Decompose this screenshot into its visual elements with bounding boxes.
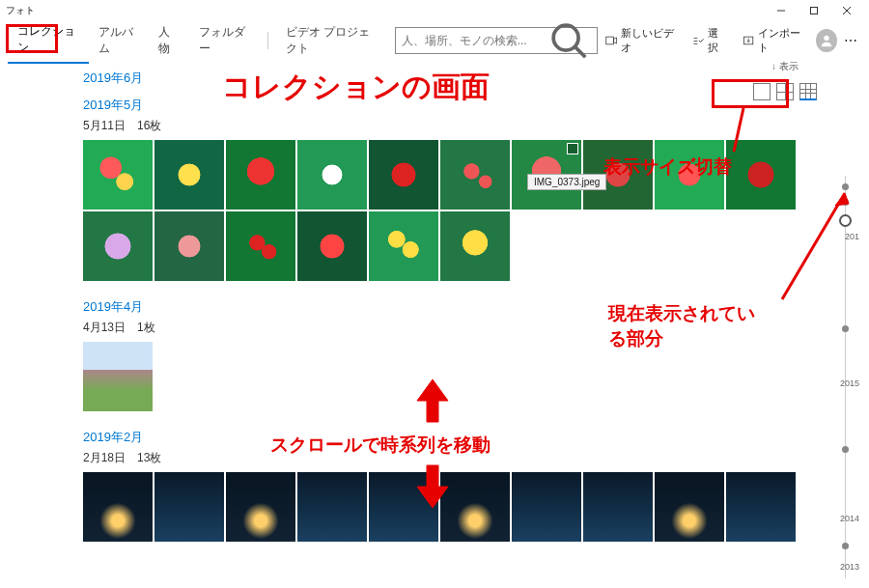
timeline-dot[interactable] [842,446,849,453]
day-2019-04-13: 4月13日 1枚 [83,320,869,336]
timeline-dot[interactable] [842,199,849,206]
view-large-button[interactable] [753,83,771,100]
view-small-button[interactable] [799,83,817,100]
photo-thumb[interactable] [226,140,295,210]
search-box[interactable] [395,27,598,54]
select-button[interactable]: 選択 [685,22,734,59]
view-label: ↓ 表示 [749,60,821,73]
tab-people[interactable]: 人物 [149,18,188,63]
timeline-dot[interactable] [842,183,849,190]
filename-tooltip: IMG_0373.jpeg [527,174,606,190]
import-icon [743,34,754,47]
photo-thumb[interactable] [583,472,653,542]
person-icon [820,34,833,47]
timeline-year: 2015 [840,378,859,388]
minimize-button[interactable] [765,0,798,21]
toolbar-divider [267,32,268,49]
svg-point-11 [824,36,828,41]
import-button[interactable]: インポート [735,22,813,59]
more-button[interactable]: ⋯ [841,33,861,48]
tab-video-project[interactable]: ビデオ プロジェクト [276,18,391,63]
search-input[interactable] [402,34,547,47]
content-area: ↓ 表示 2019年6月 2019年5月 5月11日 16枚 [0,60,869,588]
video-icon [605,34,617,47]
thumb-row-apr [83,342,817,411]
collection-scroll[interactable]: 2019年6月 2019年5月 5月11日 16枚 2019年4月 4月13日 … [0,70,869,542]
timeline-dot[interactable] [842,543,849,549]
svg-rect-8 [694,41,698,42]
svg-point-4 [553,25,578,50]
photo-thumb[interactable] [297,472,367,542]
user-avatar[interactable] [816,29,836,52]
photo-thumb[interactable] [83,472,153,542]
photo-thumb[interactable] [83,342,153,411]
photo-thumb[interactable] [440,211,510,281]
timeline-year: 2014 [840,514,859,523]
timeline-year: 2013 [840,562,859,572]
svg-line-5 [575,47,585,57]
photo-thumb[interactable] [297,211,367,281]
tab-album[interactable]: アルバム [89,18,150,63]
photo-thumb[interactable] [440,140,510,210]
photo-thumb[interactable] [369,140,438,210]
timeline-year: 201 [845,232,859,241]
select-icon [692,34,704,47]
photo-thumb[interactable] [369,211,438,281]
svg-rect-9 [694,43,698,44]
photo-thumb[interactable] [154,472,224,542]
close-button[interactable] [830,0,863,21]
photo-thumb[interactable] [655,140,724,210]
svg-rect-6 [605,37,613,44]
select-checkbox-icon[interactable] [567,143,578,154]
search-icon [547,18,591,63]
photo-thumb[interactable] [512,472,581,542]
photo-thumb[interactable] [297,140,367,210]
svg-rect-7 [694,38,698,39]
photo-thumb[interactable] [83,140,153,210]
month-2019-02[interactable]: 2019年2月 [83,429,869,446]
day-2019-05-11: 5月11日 16枚 [83,118,869,134]
photo-thumb[interactable] [655,472,724,542]
tab-folder[interactable]: フォルダー [189,18,260,63]
svg-rect-1 [811,8,818,14]
day-2019-02-18: 2月18日 13枚 [83,450,869,466]
thumb-row-feb [83,472,817,542]
photo-thumb[interactable] [726,140,796,210]
photo-thumb[interactable] [440,472,510,542]
new-video-button[interactable]: 新しいビデオ [598,22,686,59]
photo-thumb[interactable] [226,472,295,542]
photo-thumb[interactable] [726,472,796,542]
maximize-button[interactable] [798,0,830,21]
photo-thumb[interactable] [154,211,224,281]
window-title: フォト [6,4,35,17]
month-2019-04[interactable]: 2019年4月 [83,298,869,316]
photo-thumb[interactable] [369,472,438,542]
timeline-current-marker[interactable] [839,214,852,227]
thumb-row-may [83,140,817,281]
photo-thumb[interactable] [83,211,153,281]
main-toolbar: コレクション アルバム 人物 フォルダー ビデオ プロジェクト 新しいビデオ 選… [0,21,869,60]
timeline-scrubber[interactable]: 201 2015 2014 2013 [827,176,855,578]
view-size-control: ↓ 表示 [749,60,821,104]
view-medium-button[interactable] [776,83,794,100]
tab-collection[interactable]: コレクション [8,17,89,64]
photo-thumb[interactable] [154,140,224,210]
timeline-dot[interactable] [842,325,849,332]
photo-thumb[interactable] [226,211,295,281]
